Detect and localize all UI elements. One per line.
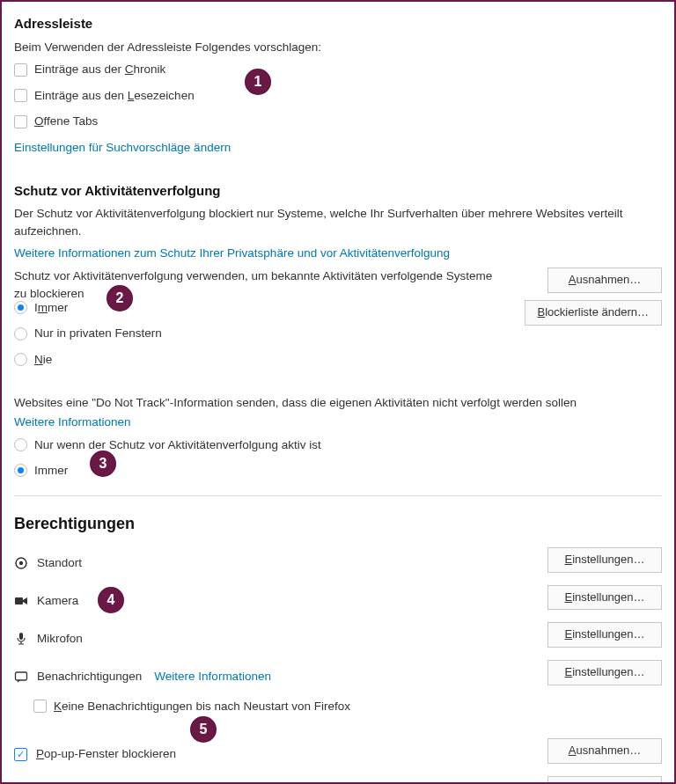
addressbar-heading: Adressleiste — [14, 14, 662, 33]
link-dnt-more[interactable]: Weitere Informationen — [14, 414, 662, 431]
checkbox-opentabs[interactable]: Offene Tabs — [14, 113, 662, 130]
radio-tracking-never-label: Nie — [34, 351, 52, 369]
perm-location-settings-button[interactable]: Einstellungen… — [547, 547, 662, 573]
checkbox-bookmarks[interactable]: Einträge aus den Lesezeichen — [14, 87, 662, 105]
radio-dnt-always-label: Immer — [34, 462, 68, 480]
step-badge-3: 3 — [90, 451, 116, 477]
perm-warn-addons-row: Warnen, wenn Websites versuchen, Add-ons… — [14, 776, 662, 785]
svg-rect-3 — [19, 633, 23, 640]
radio-icon[interactable] — [14, 464, 27, 477]
tracking-use-desc: Schutz vor Aktivitätenverfolgung verwend… — [14, 267, 507, 302]
radio-dnt-when-active-label: Nur wenn der Schutz vor Aktivitätenverfo… — [34, 436, 321, 454]
checkbox-history[interactable]: Einträge aus der Chronik — [14, 61, 662, 78]
notification-icon — [14, 670, 28, 684]
perm-notifications-label: Benachrichtigungen — [37, 668, 142, 685]
addressbar-sub: Beim Verwenden der Adressleiste Folgende… — [14, 39, 662, 56]
checkbox-history-label: Einträge aus der Chronik — [34, 61, 165, 78]
perm-microphone-row: Mikrofon Einstellungen… — [14, 622, 662, 655]
perm-popup-row: Pop-up-Fenster blockieren Ausnahmen… — [14, 738, 662, 771]
checkbox-opentabs-label: Offene Tabs — [34, 113, 98, 130]
step-badge-2: 2 — [107, 285, 133, 311]
perm-location-row: Standort Einstellungen… — [14, 547, 662, 580]
perm-notifications-row: Benachrichtigungen Weitere Informationen… — [14, 660, 662, 692]
popup-exceptions-button[interactable]: Ausnahmen… — [547, 738, 662, 764]
link-change-search-suggestions[interactable]: Einstellungen für Suchvorschläge ändern — [14, 139, 662, 157]
link-tracking-more-info[interactable]: Weitere Informationen zum Schutz Ihrer P… — [14, 245, 662, 262]
checkbox-icon[interactable] — [33, 700, 47, 713]
warn-addons-exceptions-button[interactable]: Ausnahmen… — [547, 776, 662, 785]
checkbox-popup[interactable] — [14, 748, 27, 761]
tracking-blocklist-button[interactable]: Blockierliste ändern… — [525, 300, 662, 326]
perm-camera-settings-button[interactable]: Einstellungen… — [547, 585, 662, 611]
step-badge-1: 1 — [245, 69, 271, 95]
tracking-heading: Schutz vor Aktivitätenverfolgung — [14, 181, 662, 201]
radio-tracking-private-label: Nur in privaten Fenstern — [34, 325, 162, 342]
permissions-section: Berechtigungen Standort Einstellungen… K… — [14, 512, 662, 784]
tracking-desc: Der Schutz vor Aktivitätenverfolgung blo… — [14, 205, 662, 239]
checkbox-icon[interactable] — [14, 115, 27, 128]
perm-camera-label: Kamera — [37, 592, 78, 610]
radio-icon[interactable] — [14, 438, 27, 451]
perm-notifications-settings-button[interactable]: Einstellungen… — [547, 660, 662, 685]
perm-microphone-label: Mikrofon — [37, 630, 83, 648]
step-badge-4: 4 — [98, 587, 124, 613]
radio-tracking-always-label: Immer — [34, 299, 68, 317]
step-badge-5: 5 — [190, 716, 217, 743]
checkbox-bookmarks-label: Einträge aus den Lesezeichen — [34, 87, 195, 105]
svg-rect-2 — [15, 597, 23, 604]
checkbox-pause-notifications[interactable]: Keine Benachrichtigungen bis nach Neusta… — [33, 698, 662, 715]
microphone-icon — [14, 632, 28, 646]
radio-icon[interactable] — [14, 301, 27, 314]
permissions-heading: Berechtigungen — [14, 512, 662, 535]
addressbar-section: Adressleiste Beim Verwenden der Adressle… — [14, 14, 662, 157]
svg-rect-4 — [16, 672, 27, 680]
dnt-desc: Websites eine "Do Not Track"-Information… — [14, 394, 662, 412]
svg-point-1 — [19, 561, 23, 565]
perm-microphone-settings-button[interactable]: Einstellungen… — [547, 622, 662, 648]
camera-icon — [14, 594, 28, 608]
radio-dnt-when-active[interactable]: Nur wenn der Schutz vor Aktivitätenverfo… — [14, 436, 662, 454]
link-notifications-more[interactable]: Weitere Informationen — [154, 668, 271, 685]
radio-tracking-never[interactable]: Nie — [14, 351, 662, 369]
checkbox-popup-label: Pop-up-Fenster blockieren — [36, 745, 176, 763]
tracking-exceptions-button[interactable]: Ausnahmen… — [547, 267, 662, 293]
tracking-section: Schutz vor Aktivitätenverfolgung Der Sch… — [14, 181, 662, 480]
location-icon — [14, 556, 28, 570]
radio-icon[interactable] — [14, 353, 27, 366]
checkbox-pause-notifications-label: Keine Benachrichtigungen bis nach Neusta… — [54, 698, 350, 715]
checkbox-icon[interactable] — [14, 89, 27, 102]
perm-location-label: Standort — [37, 554, 82, 572]
radio-icon[interactable] — [14, 327, 27, 341]
checkbox-icon[interactable] — [14, 63, 27, 77]
